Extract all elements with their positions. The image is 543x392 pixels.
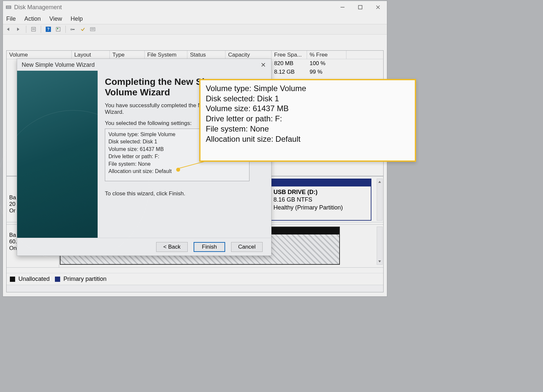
menu-file[interactable]: File (6, 15, 16, 23)
svg-point-14 (70, 29, 72, 31)
callout-line: Disk selected: Disk 1 (206, 94, 410, 104)
svg-rect-4 (359, 6, 362, 9)
svg-rect-7 (32, 27, 35, 31)
col-status[interactable]: Status (187, 51, 225, 59)
toolbar: ? (3, 24, 387, 35)
scrollbar[interactable] (377, 227, 383, 265)
titlebar[interactable]: Disk Management (3, 1, 387, 13)
scroll-up-icon[interactable] (377, 179, 382, 185)
volume-table-header: Volume Layout Type File System Status Ca… (7, 51, 383, 59)
maximize-button[interactable] (351, 1, 369, 13)
col-capacity[interactable]: Capacity (225, 51, 272, 59)
menu-view[interactable]: View (49, 15, 63, 23)
col-freespace[interactable]: Free Spa... (272, 51, 307, 59)
scrollbar[interactable] (377, 179, 383, 221)
callout-line: File system: None (206, 124, 410, 134)
back-icon[interactable] (5, 25, 13, 33)
wizard-button-row: < Back Finish Cancel (17, 238, 271, 256)
svg-text:?: ? (47, 27, 49, 32)
properties-icon[interactable] (30, 25, 37, 33)
legend-unallocated: Unallocated (18, 276, 50, 282)
wizard-close-button[interactable] (256, 60, 271, 70)
swatch-primary (55, 277, 60, 282)
minimize-button[interactable] (334, 1, 351, 13)
cell-freespace: 820 MB (272, 59, 307, 68)
legend-primary: Primary partition (63, 276, 106, 282)
cell-pctfree: 99 % (307, 68, 346, 76)
cancel-button[interactable]: Cancel (231, 242, 263, 252)
window-title: Disk Management (14, 4, 334, 11)
statusbar (7, 285, 383, 292)
app-icon (6, 4, 12, 10)
svg-rect-1 (7, 6, 11, 7)
swatch-unallocated (10, 277, 15, 282)
svg-rect-0 (6, 6, 11, 9)
volume-name: USB DRIVE (D:) (273, 188, 367, 196)
volume-usb-drive[interactable]: USB DRIVE (D:) 8.16 GB NTFS Healthy (Pri… (270, 179, 371, 221)
close-button[interactable] (369, 1, 387, 13)
svg-rect-12 (56, 27, 60, 31)
svg-rect-2 (7, 8, 11, 8)
volume-size: 8.16 GB NTFS (273, 196, 367, 204)
volume-header-bar (270, 179, 371, 186)
volume-status: Healthy (Primary Partition) (273, 204, 367, 211)
cell-pctfree: 100 % (307, 59, 346, 68)
col-layout[interactable]: Layout (72, 51, 110, 59)
callout-line: Volume type: Simple Volume (206, 84, 410, 94)
col-volume[interactable]: Volume (7, 51, 72, 59)
svg-rect-15 (90, 28, 95, 31)
wizard-title: New Simple Volume Wizard (22, 61, 256, 68)
list-icon[interactable] (89, 25, 97, 33)
annotation-callout: Volume type: Simple Volume Disk selected… (199, 79, 416, 162)
callout-line: Volume size: 61437 MB (206, 104, 410, 114)
menubar: File Action View Help (3, 13, 387, 24)
legend: Unallocated Primary partition (7, 273, 383, 285)
scroll-down-icon[interactable] (377, 258, 382, 264)
refresh-icon[interactable] (54, 25, 62, 33)
settings-icon[interactable] (69, 25, 77, 33)
col-type[interactable]: Type (110, 51, 145, 59)
forward-icon[interactable] (15, 25, 23, 33)
check-icon[interactable] (79, 25, 87, 33)
finish-button[interactable]: Finish (194, 242, 225, 252)
callout-line: Allocation unit size: Default (206, 134, 410, 144)
wizard-side-graphic (17, 71, 98, 238)
cell-freespace: 8.12 GB (272, 68, 307, 76)
col-filesystem[interactable]: File System (145, 51, 187, 59)
col-pctfree[interactable]: % Free (307, 51, 346, 59)
back-button[interactable]: < Back (156, 242, 188, 252)
callout-line: Drive letter or path: F: (206, 114, 410, 124)
help-icon[interactable]: ? (44, 25, 52, 33)
menu-action[interactable]: Action (24, 15, 41, 23)
menu-help[interactable]: Help (70, 15, 83, 23)
wizard-titlebar[interactable]: New Simple Volume Wizard (17, 59, 271, 71)
